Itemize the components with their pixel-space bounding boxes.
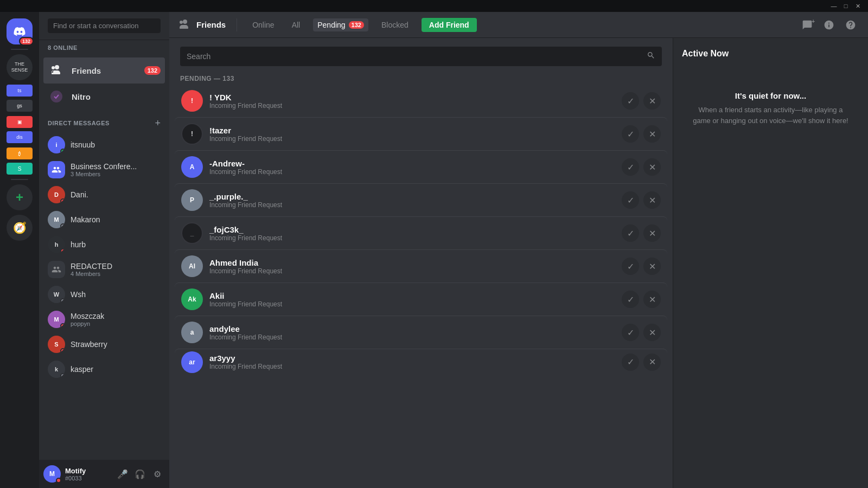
status-dot-moszczak (60, 323, 65, 328)
accept-btn-andylee[interactable]: ✓ (622, 324, 639, 341)
server-icon-home[interactable]: 132 (7, 18, 33, 44)
server-icon-s[interactable]: S (7, 163, 33, 175)
dm-item-hurb[interactable]: h hurb (43, 232, 165, 257)
dm-name-dani: Dani. (71, 190, 88, 199)
active-now-empty-desc: When a friend starts an activity—like pl… (693, 105, 848, 126)
pending-info-purple: _.purple._ Incoming Friend Request (209, 192, 622, 209)
friends-body: PENDING — 133 ! ! YDK Incoming Friend Re… (169, 38, 868, 488)
active-now-title: Active Now (682, 49, 859, 59)
dm-item-dani[interactable]: D Dani. (43, 182, 165, 207)
server-icon-ts[interactable]: ts (7, 85, 33, 97)
dm-name-moszczak: Moszczak (71, 312, 104, 320)
pending-item-andrew[interactable]: A -Andrew- Incoming Friend Request ✓ ✕ (175, 150, 667, 183)
online-count: 8 ONLINE (39, 40, 169, 53)
tab-blocked[interactable]: Blocked (377, 18, 413, 31)
add-friend-btn[interactable]: Add Friend (422, 18, 477, 32)
reject-btn-andrew[interactable]: ✕ (643, 158, 661, 176)
dm-item-strawberry[interactable]: S Strawberry (43, 332, 165, 357)
reject-btn-purple[interactable]: ✕ (643, 191, 661, 209)
current-user-info: Motify #0033 (65, 467, 111, 481)
pending-subtext-andylee: Incoming Friend Request (209, 333, 622, 341)
pending-avatar-ydk: ! (181, 90, 203, 112)
pending-badge: 132 (349, 21, 364, 29)
new-group-dm-btn[interactable]: + (799, 16, 816, 34)
nitro-nav-item[interactable]: Nitro (43, 84, 165, 110)
friends-title: Friends (196, 20, 226, 29)
dm-item-moszczak[interactable]: M Moszczak poppyn (43, 307, 165, 332)
nitro-nav-icon (48, 88, 65, 105)
pending-actions-ar3yyy: ✓ ✕ (622, 354, 661, 371)
accept-btn-akii[interactable]: ✓ (622, 291, 639, 308)
dm-sidebar: Find or start a conversation 8 ONLINE Fr… (39, 12, 169, 488)
pending-item-andylee[interactable]: a andylee Incoming Friend Request ✓ ✕ (175, 316, 667, 349)
pending-subtext-fojc3k: Incoming Friend Request (209, 234, 622, 242)
pending-item-ydk[interactable]: ! ! YDK Incoming Friend Request ✓ ✕ (175, 85, 667, 117)
dm-section-header: DIRECT MESSAGES + (39, 112, 169, 130)
reject-btn-andylee[interactable]: ✕ (643, 324, 661, 341)
accept-btn-ydk[interactable]: ✓ (622, 92, 639, 110)
minimize-btn[interactable]: — (828, 0, 840, 12)
pending-subtext-andrew: Incoming Friend Request (209, 168, 622, 176)
pending-info-itazer: !tazer Incoming Friend Request (209, 126, 622, 143)
reject-btn-ahmed[interactable]: ✕ (643, 258, 661, 275)
accept-btn-andrew[interactable]: ✓ (622, 158, 639, 176)
reject-btn-ar3yyy[interactable]: ✕ (643, 354, 661, 371)
server-icon-sense[interactable]: THESENSE (7, 54, 33, 80)
server-icon-dis[interactable]: dis (7, 131, 33, 143)
dm-info-makaron: Makaron (71, 215, 100, 224)
tab-all[interactable]: All (288, 18, 305, 31)
settings-btn[interactable]: ⚙ (150, 466, 165, 481)
accept-btn-ahmed[interactable]: ✓ (622, 258, 639, 275)
pending-info-ahmed: Ahmed India Incoming Friend Request (209, 258, 622, 275)
maximize-btn[interactable]: □ (840, 0, 852, 12)
dm-info-moszczak: Moszczak poppyn (71, 312, 104, 327)
status-dot-itsnuub (60, 149, 65, 153)
accept-btn-purple[interactable]: ✓ (622, 191, 639, 209)
pending-item-ahmed[interactable]: AI Ahmed India Incoming Friend Request ✓… (175, 249, 667, 282)
dm-name-strawberry: Strawberry (71, 340, 107, 349)
dm-info-itsnuub: itsnuub (71, 140, 95, 149)
reject-btn-itazer[interactable]: ✕ (643, 125, 661, 143)
dm-avatar-redacted (48, 261, 65, 278)
search-input[interactable] (187, 52, 647, 61)
tab-online[interactable]: Online (248, 18, 278, 31)
pending-items: ! ! YDK Incoming Friend Request ✓ ✕ (169, 85, 673, 488)
deafen-btn[interactable]: 🎧 (132, 466, 148, 481)
dm-name-wsh: Wsh (71, 290, 86, 299)
dm-item-business[interactable]: Business Confere... 3 Members (43, 157, 165, 182)
dm-search-btn[interactable]: Find or start a conversation (48, 18, 161, 33)
friends-nav-item[interactable]: Friends 132 (43, 57, 165, 84)
dm-item-kasper[interactable]: k kasper (43, 357, 165, 382)
close-btn[interactable]: ✕ (852, 0, 864, 12)
pending-item-fojc3k[interactable]: _ _fojC3k_ Incoming Friend Request ✓ ✕ (175, 216, 667, 249)
pending-item-itazer[interactable]: ! !tazer Incoming Friend Request ✓ ✕ (175, 117, 667, 150)
pending-list-area: PENDING — 133 ! ! YDK Incoming Friend Re… (169, 38, 673, 488)
pending-item-purple[interactable]: P _.purple._ Incoming Friend Request ✓ ✕ (175, 183, 667, 216)
pending-avatar-ahmed: AI (181, 255, 203, 277)
accept-btn-itazer[interactable]: ✓ (622, 125, 639, 143)
server-icon-btc[interactable]: ₿ (7, 147, 33, 159)
header-right: + (799, 16, 859, 34)
help-btn[interactable] (842, 16, 859, 34)
dm-item-redacted[interactable]: REDACTED 4 Members (43, 257, 165, 282)
app-body: 132 THESENSE ts gs ▣ dis ₿ (0, 12, 868, 488)
dm-item-wsh[interactable]: W Wsh (43, 282, 165, 307)
main-content: Friends Online All Pending 132 Blocked A… (169, 12, 868, 488)
dm-item-makaron[interactable]: M Makaron (43, 207, 165, 232)
add-dm-btn[interactable]: + (155, 118, 161, 128)
tab-pending[interactable]: Pending 132 (313, 18, 368, 31)
accept-btn-ar3yyy[interactable]: ✓ (622, 354, 639, 371)
pending-item-akii[interactable]: Ak Akii Incoming Friend Request ✓ ✕ (175, 282, 667, 316)
pending-item-ar3yyy[interactable]: ar ar3yyy Incoming Friend Request ✓ ✕ (175, 349, 667, 375)
accept-btn-fojc3k[interactable]: ✓ (622, 224, 639, 242)
mute-btn[interactable]: 🎤 (115, 466, 130, 481)
reject-btn-akii[interactable]: ✕ (643, 291, 661, 308)
dm-item-itsnuub[interactable]: i itsnuub (43, 132, 165, 157)
reject-btn-fojc3k[interactable]: ✕ (643, 224, 661, 242)
explore-btn[interactable]: 🧭 (7, 215, 33, 241)
server-icon-gs[interactable]: gs (7, 100, 33, 112)
inbox-btn[interactable] (820, 16, 838, 34)
server-icon-red[interactable]: ▣ (7, 116, 33, 128)
reject-btn-ydk[interactable]: ✕ (643, 92, 661, 110)
add-server-btn[interactable]: + (7, 184, 33, 210)
